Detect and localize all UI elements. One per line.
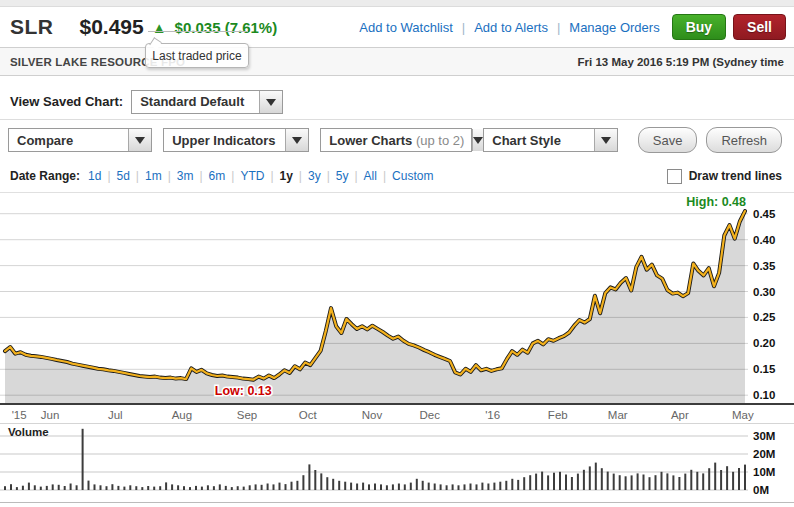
svg-text:0.35: 0.35 — [753, 260, 776, 272]
svg-text:Low: 0.13: Low: 0.13 — [215, 384, 272, 398]
saved-chart-select[interactable]: Standard Default — [131, 90, 283, 114]
svg-text:0M: 0M — [753, 484, 769, 496]
svg-text:0.20: 0.20 — [753, 337, 775, 349]
svg-text:0.45: 0.45 — [753, 208, 776, 220]
chart-style-select[interactable]: Chart Style — [483, 128, 618, 152]
svg-text:Jul: Jul — [108, 409, 123, 421]
svg-text:Feb: Feb — [548, 409, 568, 421]
header-links: Add to Watchlist Add to Alerts Manage Or… — [359, 20, 659, 35]
saved-chart-label: View Saved Chart: — [10, 94, 123, 109]
range-6m[interactable]: 6m — [209, 169, 241, 183]
lower-charts-suffix: (up to 2) — [412, 133, 464, 148]
range-all[interactable]: All — [364, 169, 392, 183]
svg-text:Oct: Oct — [299, 409, 318, 421]
chart-controls-row: Compare Upper Indicators Lower Charts (u… — [0, 120, 794, 160]
date-range-items: 1d 5d 1m 3m 6m YTD 1y 3y 5y All Custom — [88, 169, 433, 183]
date-range-row: Date Range: 1d 5d 1m 3m 6m YTD 1y 3y 5y … — [0, 160, 794, 192]
chevron-down-icon — [259, 91, 282, 113]
svg-text:Mar: Mar — [608, 409, 628, 421]
lower-charts-select[interactable]: Lower Charts (up to 2) — [320, 128, 472, 152]
quote-header: SLR $0.495 ▲ $0.035 (7.61%) Last traded … — [0, 7, 794, 47]
top-strip — [0, 0, 794, 7]
draw-trend-checkbox[interactable] — [667, 169, 682, 184]
lower-charts-label: Lower Charts (up to 2) — [321, 133, 472, 148]
saved-chart-row: View Saved Chart: Standard Default — [0, 84, 794, 120]
ticker-symbol: SLR — [10, 15, 54, 39]
svg-text:0.30: 0.30 — [753, 286, 775, 298]
range-ytd[interactable]: YTD — [240, 169, 279, 183]
upper-indicators-label: Upper Indicators — [164, 133, 283, 148]
svg-text:Aug: Aug — [172, 409, 192, 421]
draw-trend-label: Draw trend lines — [689, 169, 782, 183]
quote-timestamp: Fri 13 May 2016 5:19 PM (Sydney time — [578, 56, 784, 68]
quote-summary: SLR $0.495 ▲ $0.035 (7.61%) — [10, 15, 277, 39]
compare-select[interactable]: Compare — [8, 128, 152, 152]
svg-text:Nov: Nov — [362, 409, 383, 421]
chevron-down-icon — [472, 129, 483, 151]
svg-text:Jun: Jun — [41, 409, 60, 421]
svg-text:0.25: 0.25 — [753, 311, 776, 323]
sell-button[interactable]: Sell — [733, 14, 786, 40]
chevron-down-icon — [285, 129, 308, 151]
manage-orders-link[interactable]: Manage Orders — [569, 20, 659, 35]
svg-text:'15: '15 — [12, 409, 27, 421]
last-price: $0.495 — [80, 15, 144, 39]
upper-indicators-select[interactable]: Upper Indicators — [163, 128, 309, 152]
svg-text:Sep: Sep — [237, 409, 257, 421]
price-chart[interactable]: 0.450.400.350.300.250.200.150.10'15JunJu… — [0, 193, 794, 423]
trend-lines-control: Draw trend lines — [667, 169, 782, 184]
tooltip-text: Last traded price — [152, 49, 241, 63]
svg-text:0.15: 0.15 — [753, 363, 776, 375]
price-chart-area[interactable]: 0.450.400.350.300.250.200.150.10'15JunJu… — [0, 192, 794, 423]
save-button[interactable]: Save — [638, 127, 698, 153]
range-1m[interactable]: 1m — [145, 169, 177, 183]
up-arrow-icon: ▲ — [152, 20, 167, 35]
last-traded-tooltip: Last traded price — [145, 43, 249, 68]
add-to-watchlist-link[interactable]: Add to Watchlist — [359, 20, 474, 35]
svg-text:Dec: Dec — [420, 409, 441, 421]
volume-chart: 30M20M10M0M — [0, 424, 794, 498]
range-1d[interactable]: 1d — [88, 169, 116, 183]
svg-text:30M: 30M — [753, 430, 775, 442]
svg-text:20M: 20M — [753, 448, 775, 460]
range-5y[interactable]: 5y — [336, 169, 364, 183]
svg-text:High: 0.48: High: 0.48 — [686, 195, 746, 209]
chevron-down-icon — [128, 129, 151, 151]
chart-style-label: Chart Style — [484, 133, 569, 148]
svg-text:Apr: Apr — [671, 409, 689, 421]
range-3m[interactable]: 3m — [177, 169, 209, 183]
range-3y[interactable]: 3y — [308, 169, 336, 183]
saved-chart-selected: Standard Default — [132, 94, 252, 109]
chevron-down-icon — [594, 129, 617, 151]
svg-text:May: May — [732, 409, 754, 421]
add-to-alerts-link[interactable]: Add to Alerts — [474, 20, 569, 35]
range-custom[interactable]: Custom — [392, 169, 433, 183]
header-actions: Add to Watchlist Add to Alerts Manage Or… — [359, 14, 786, 40]
volume-title: Volume — [8, 426, 49, 438]
buy-button[interactable]: Buy — [672, 14, 726, 40]
price-change: $0.035 (7.61%) — [175, 19, 278, 36]
svg-text:0.10: 0.10 — [753, 389, 775, 401]
security-bar: SILVER LAKE RESOURCE FPO Fri 13 May 2016… — [0, 47, 794, 76]
range-1y-selected[interactable]: 1y — [280, 169, 308, 183]
svg-text:0.40: 0.40 — [753, 234, 775, 246]
tooltip-connector-line — [148, 31, 248, 32]
compare-label: Compare — [9, 133, 81, 148]
svg-text:'16: '16 — [485, 409, 500, 421]
svg-text:10M: 10M — [753, 466, 775, 478]
range-5d[interactable]: 5d — [117, 169, 145, 183]
date-range-label: Date Range: — [10, 169, 80, 183]
volume-chart-area: Volume 30M20M10M0M — [0, 423, 794, 503]
refresh-button[interactable]: Refresh — [706, 127, 782, 153]
